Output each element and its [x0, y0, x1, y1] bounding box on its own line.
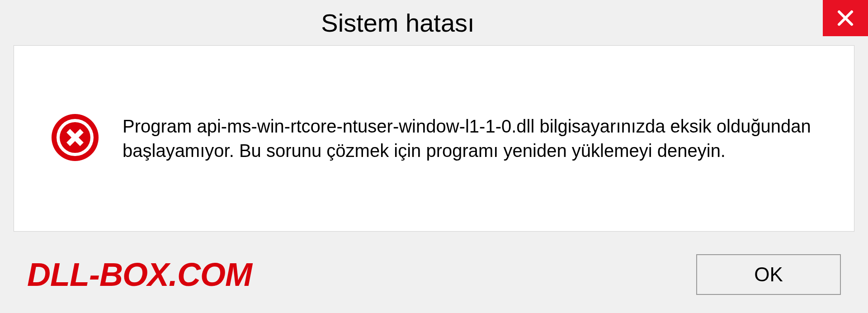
error-icon — [50, 113, 100, 162]
content-panel: Program api-ms-win-rtcore-ntuser-window-… — [14, 45, 854, 232]
close-button[interactable] — [823, 0, 868, 36]
ok-button[interactable]: OK — [696, 254, 841, 295]
error-message: Program api-ms-win-rtcore-ntuser-window-… — [123, 114, 827, 163]
dialog-title: Sistem hatası — [18, 8, 823, 38]
bottom-bar: DLL-BOX.COM OK — [0, 245, 868, 313]
title-bar: Sistem hatası — [0, 0, 868, 45]
close-icon — [836, 9, 854, 27]
error-icon-wrap — [50, 113, 100, 164]
watermark-text: DLL-BOX.COM — [27, 256, 252, 293]
error-dialog: Sistem hatası Program api-ms-win-rtcore-… — [0, 0, 868, 313]
